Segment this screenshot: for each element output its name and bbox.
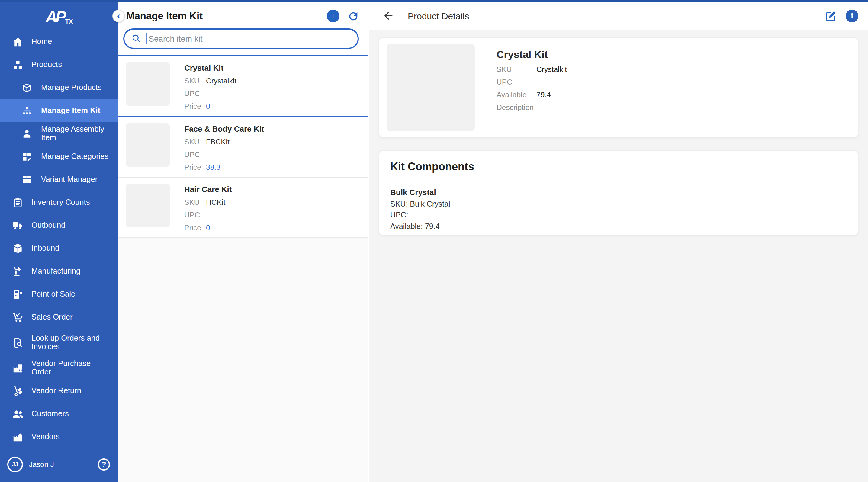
sidebar-item-label: Manage Products [41, 83, 118, 92]
sidebar-item-label: Vendors [31, 432, 111, 441]
help-icon[interactable]: ? [98, 458, 110, 471]
vendor-purchase-order-icon [12, 362, 25, 374]
sku-value: FBCKit [206, 138, 229, 146]
assembly-item-icon [22, 127, 35, 139]
detail-row-description: Description [497, 103, 567, 112]
sidebar-item-manufacturing[interactable]: Manufacturing [0, 260, 118, 283]
sidebar-item-vendors[interactable]: Vendors [0, 425, 118, 448]
product-info: Crystal Kit SKU Crystalkit UPC Available… [497, 44, 567, 131]
sidebar-item-label: Vendor Purchase Order [31, 359, 111, 377]
sku-row: SKU HCKit [184, 198, 232, 206]
sidebar-item-home[interactable]: Home [0, 30, 118, 53]
vendors-icon [12, 431, 25, 443]
sidebar-item-sales-order[interactable]: Sales Order [0, 306, 118, 329]
manage-item-kit-icon [22, 104, 35, 117]
kit-list-empty-area [118, 238, 368, 482]
kit-components-card: Kit Components Bulk Crystal SKU: Bulk Cr… [379, 151, 858, 235]
sidebar-item-manage-assembly-item[interactable]: Manage Assembly Item [0, 122, 118, 145]
sales-order-icon [12, 311, 25, 323]
refresh-icon [347, 10, 360, 22]
products-icon [12, 59, 25, 71]
sidebar-item-point-of-sale[interactable]: Point of Sale [0, 283, 118, 306]
sidebar-item-label: Outbound [31, 221, 111, 230]
detail-value: 79.4 [536, 91, 551, 99]
price-label: Price [184, 223, 204, 232]
variant-manager-icon [22, 173, 35, 186]
upc-row: UPC [184, 151, 264, 159]
sidebar-item-variant-manager[interactable]: Variant Manager [0, 168, 118, 191]
sidebar-item-label: Variant Manager [41, 175, 118, 184]
detail-label: Description [497, 103, 536, 112]
sidebar-item-inbound[interactable]: Inbound [0, 237, 118, 260]
kit-list-item-hair-care-kit[interactable]: Hair Care Kit SKU HCKit UPC Price 0 [118, 178, 368, 238]
sku-row: SKU Crystalkit [184, 77, 237, 85]
detail-row-sku: SKU Crystalkit [497, 65, 567, 74]
point-of-sale-icon [12, 288, 25, 300]
sidebar-item-look-up-orders-and-invoices[interactable]: Look up Orders and Invoices [0, 329, 118, 356]
sidebar-item-customers[interactable]: Customers [0, 402, 118, 425]
home-icon [12, 36, 25, 48]
search-input[interactable] [123, 28, 359, 49]
details-title: Product Details [408, 10, 825, 21]
kit-info: Face & Body Care Kit SKU FBCKit UPC Pric… [184, 123, 264, 171]
categories-icon [22, 151, 35, 162]
sidebar-item-outbound[interactable]: Outbound [0, 214, 118, 237]
price-value: 38.3 [206, 163, 220, 171]
product-image-placeholder [386, 44, 475, 131]
component-available-line: Available: 79.4 [390, 222, 847, 230]
inbound-icon [12, 242, 25, 254]
product-image-placeholder [126, 123, 170, 167]
inventory-counts-icon [12, 196, 25, 208]
kit-list: Crystal Kit SKU Crystalkit UPC Price 0 [118, 56, 368, 238]
kit-list-item-crystal-kit[interactable]: Crystal Kit SKU Crystalkit UPC Price 0 [118, 56, 368, 117]
sku-value: Crystalkit [206, 77, 237, 85]
sku-label: SKU [184, 138, 204, 146]
detail-label: SKU [497, 65, 536, 74]
manage-item-kit-panel: Manage Item Kit Crystal Kit SKU [118, 2, 369, 482]
outbound-icon [12, 219, 25, 231]
sku-label: SKU [184, 77, 204, 85]
product-name: Crystal Kit [497, 49, 567, 61]
sku-value: HCKit [206, 198, 225, 206]
back-arrow-icon [382, 10, 395, 22]
kit-info: Hair Care Kit SKU HCKit UPC Price 0 [184, 184, 232, 232]
product-image-placeholder [126, 184, 170, 227]
kit-name: Hair Care Kit [184, 185, 232, 194]
kit-components-title: Kit Components [390, 161, 847, 173]
sidebar-item-products[interactable]: Products [0, 53, 118, 76]
sidebar-item-vendor-return[interactable]: Vendor Return [0, 379, 118, 402]
kit-panel-header: Manage Item Kit [118, 2, 368, 22]
sidebar-collapse-button[interactable]: ‹ [112, 10, 125, 22]
user-name: Jason J [29, 460, 98, 469]
upc-label: UPC [184, 151, 204, 159]
kit-list-item-face-body-care-kit[interactable]: Face & Body Care Kit SKU FBCKit UPC Pric… [118, 117, 368, 178]
component-upc-line: UPC: [390, 211, 847, 219]
detail-label: UPC [497, 78, 536, 86]
back-button[interactable] [382, 10, 395, 22]
refresh-button[interactable] [347, 10, 360, 22]
component-name: Bulk Crystal [390, 188, 847, 197]
sidebar: AP TX HomeProductsManage ProductsManage … [0, 0, 118, 482]
detail-row-upc: UPC [497, 78, 567, 86]
sidebar-item-manage-products[interactable]: Manage Products [0, 76, 118, 99]
price-value: 0 [206, 102, 210, 110]
upc-label: UPC [184, 89, 204, 98]
plus-icon [329, 12, 337, 20]
sidebar-item-vendor-purchase-order[interactable]: Vendor Purchase Order [0, 356, 118, 379]
kit-info: Crystal Kit SKU Crystalkit UPC Price 0 [184, 62, 237, 110]
price-label: Price [184, 163, 204, 171]
edit-button[interactable] [825, 9, 837, 22]
sidebar-item-inventory-counts[interactable]: Inventory Counts [0, 191, 118, 214]
info-button[interactable]: i [846, 9, 858, 22]
sidebar-item-label: Manufacturing [31, 267, 111, 276]
sidebar-item-manage-categories[interactable]: Manage Categories [0, 145, 118, 168]
sidebar-item-manage-item-kit[interactable]: Manage Item Kit [0, 99, 118, 122]
add-item-kit-button[interactable] [327, 10, 339, 22]
price-row: Price 0 [184, 102, 237, 110]
sidebar-item-label: Home [31, 37, 111, 46]
details-header: Product Details i [369, 2, 868, 30]
component-sku-line: SKU: Bulk Crystal [390, 200, 847, 208]
avatar[interactable]: JJ [7, 457, 23, 472]
sidebar-item-label: Manage Assembly Item [41, 125, 118, 142]
chevron-left-icon: ‹ [117, 11, 120, 20]
